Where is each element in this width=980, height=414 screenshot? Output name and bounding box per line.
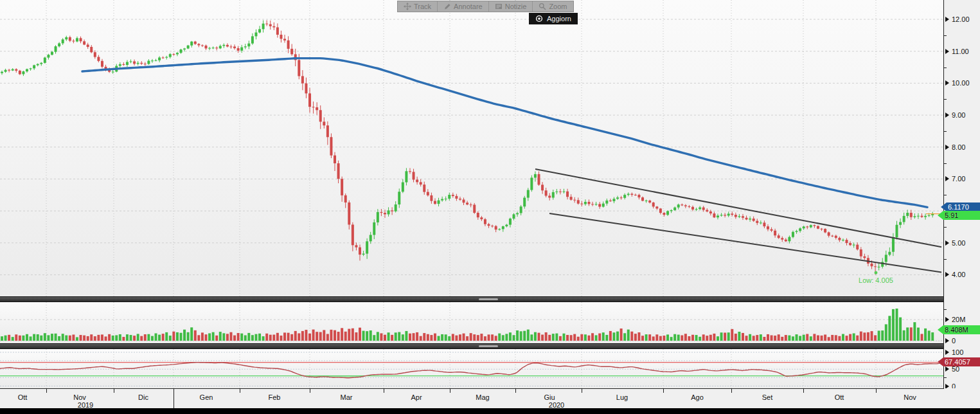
axis-minor-tick bbox=[944, 259, 947, 260]
oscillator-value-badge: 67.4057 bbox=[938, 357, 980, 366]
time-axis-tick bbox=[240, 389, 240, 393]
divider-grip[interactable] bbox=[479, 345, 498, 347]
time-axis-tick bbox=[384, 389, 384, 393]
axis-label: 8.00 bbox=[952, 143, 965, 151]
oscillator-chart-canvas[interactable] bbox=[0, 349, 943, 388]
time-axis-tick bbox=[515, 389, 516, 393]
time-axis-tick bbox=[731, 389, 732, 393]
axis-minor-tick bbox=[944, 377, 947, 378]
axis-label: 4.00 bbox=[952, 271, 965, 278]
axis-tick-arrow-icon bbox=[945, 350, 952, 355]
refresh-button[interactable]: Aggiorn bbox=[529, 13, 578, 24]
axis-label: 20M bbox=[952, 316, 965, 323]
price-chart-canvas[interactable]: Low: 4.005 bbox=[0, 0, 943, 296]
month-label: Nov bbox=[904, 393, 916, 401]
news-icon bbox=[495, 3, 503, 10]
axis-tick-arrow-icon bbox=[945, 176, 952, 181]
pencil-icon bbox=[443, 3, 451, 10]
axis-tick-arrow-icon bbox=[945, 145, 952, 150]
month-label: Apr bbox=[411, 393, 422, 401]
axis-label: 9.00 bbox=[952, 111, 965, 119]
axis-label: 12.00 bbox=[952, 15, 970, 23]
month-label: Lug bbox=[616, 393, 628, 401]
axis-tick-arrow-icon bbox=[945, 272, 952, 277]
toolbar-button-zoom[interactable]: Zoom bbox=[533, 1, 573, 12]
axis-tick-arrow-icon bbox=[945, 338, 952, 343]
volume-chart-canvas[interactable] bbox=[0, 302, 943, 343]
refresh-button-label: Aggiorn bbox=[547, 15, 571, 22]
axis-minor-tick bbox=[944, 131, 947, 132]
panel-divider bbox=[0, 343, 943, 349]
axis-label: 100 bbox=[952, 348, 963, 356]
toolbar-button-label: Track bbox=[414, 3, 431, 10]
axis-minor-tick bbox=[944, 195, 947, 195]
axis-minor-tick bbox=[944, 35, 947, 36]
month-label: Nov bbox=[73, 393, 86, 401]
axis-label: 0 bbox=[952, 337, 956, 345]
time-axis-tick bbox=[450, 389, 450, 393]
axis-minor-tick bbox=[944, 163, 947, 164]
axis-tick-arrow-icon bbox=[945, 49, 952, 54]
axis-label: 7.00 bbox=[952, 175, 965, 183]
bottom-bar bbox=[0, 408, 980, 414]
month-label: Gen bbox=[200, 393, 213, 401]
axis-label: 50 bbox=[952, 365, 959, 373]
time-axis-tick bbox=[114, 389, 114, 393]
axis-tick-arrow-icon bbox=[945, 317, 952, 322]
axis-label: 10.00 bbox=[952, 79, 970, 87]
month-label: Feb bbox=[269, 393, 281, 401]
record-icon bbox=[535, 15, 543, 22]
month-label: Set bbox=[762, 393, 773, 401]
toolbar-button-label: Zoom bbox=[549, 3, 567, 10]
axis-tick-arrow-icon bbox=[945, 366, 952, 372]
time-axis-tick bbox=[582, 389, 582, 393]
ma-value-badge: 6.1170 bbox=[941, 203, 980, 212]
year-divider bbox=[174, 389, 174, 408]
time-axis[interactable]: OttNovDicGenFebMarAprMagGiuLugAgoSetOttN… bbox=[0, 388, 980, 408]
axis-tick-arrow-icon bbox=[945, 240, 952, 246]
axis-tick-arrow-icon bbox=[945, 80, 952, 86]
toolbar-button-track[interactable]: Track bbox=[398, 1, 438, 12]
time-axis-tick bbox=[310, 389, 310, 393]
toolbar-button-label: Annotare bbox=[454, 3, 483, 10]
time-axis-tick bbox=[46, 389, 47, 393]
chart-toolbar: TrackAnnotareNotizieZoom bbox=[397, 1, 574, 12]
divider-grip[interactable] bbox=[479, 298, 498, 300]
panel-divider bbox=[0, 296, 943, 302]
axis-minor-tick bbox=[944, 309, 947, 310]
toolbar-button-news[interactable]: Notizie bbox=[489, 1, 533, 12]
magnifier-icon bbox=[539, 3, 546, 10]
last-price-badge: 5.91 bbox=[938, 211, 980, 220]
volume-value-badge: 8.408M bbox=[938, 325, 980, 334]
trading-chart-app: Low: 4.005 12.0011.0010.009.008.007.005.… bbox=[0, 0, 980, 414]
month-label: Ago bbox=[691, 393, 704, 401]
month-label: Mag bbox=[476, 393, 489, 401]
axis-minor-tick bbox=[944, 99, 947, 100]
month-label: Ott bbox=[18, 393, 28, 401]
move-icon bbox=[404, 3, 411, 10]
month-label: Mar bbox=[341, 393, 353, 401]
time-axis-tick bbox=[803, 389, 804, 393]
time-axis-tick bbox=[663, 389, 664, 393]
axis-label: 5.00 bbox=[952, 239, 965, 247]
time-axis-line bbox=[0, 388, 944, 389]
month-label: Giu bbox=[544, 393, 555, 401]
month-label: Ott bbox=[835, 393, 844, 401]
axis-minor-tick bbox=[944, 68, 947, 68]
toolbar-button-annotate[interactable]: Annotare bbox=[438, 1, 489, 12]
axis-tick-arrow-icon bbox=[945, 17, 952, 22]
time-axis-tick bbox=[876, 389, 877, 393]
axis-label: 11.00 bbox=[952, 48, 969, 55]
axis-tick-arrow-icon bbox=[945, 113, 952, 118]
toolbar-button-label: Notizie bbox=[505, 3, 527, 10]
low-annotation: Low: 4.005 bbox=[859, 276, 893, 284]
axis-minor-tick bbox=[944, 227, 947, 228]
month-label: Dic bbox=[138, 393, 148, 401]
